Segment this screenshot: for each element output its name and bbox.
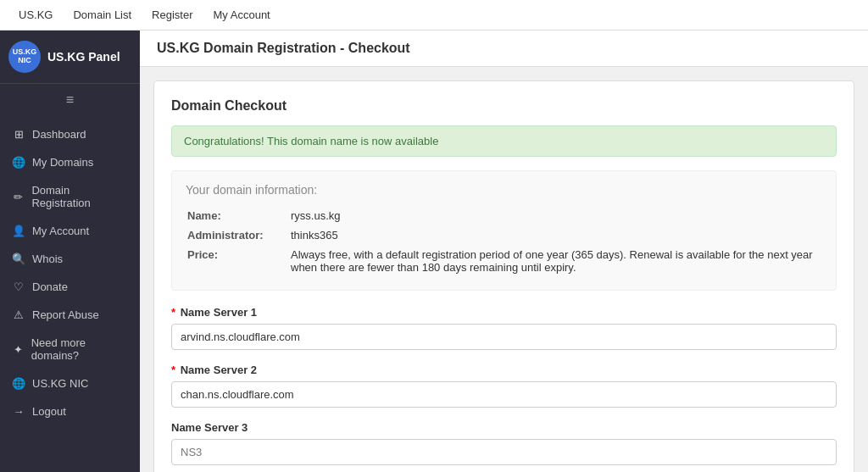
ns2-group: * Name Server 2 [171,364,837,408]
domain-price-value: Always free, with a default registration… [291,246,821,276]
success-alert: Congratulations! This domain name is now… [171,125,837,157]
hamburger-menu[interactable]: ≡ [0,84,140,116]
nav-domain-list[interactable]: Domain List [63,0,142,31]
sidebar-label-uskg-nic: US.KG NIC [32,377,88,390]
domain-price-label: Price: [187,246,289,276]
ns3-group: Name Server 3 [171,421,837,465]
logout-icon: → [12,405,25,418]
sidebar-item-donate[interactable]: ♡ Donate [0,273,140,301]
domain-admin-row: Administrator: thinks365 [187,226,821,244]
domain-name-label: Name: [187,207,289,225]
domains-icon: 🌐 [12,156,25,169]
sidebar-label-donate: Donate [32,280,68,293]
domain-info-title: Your domain information: [186,183,822,197]
sidebar-item-more-domains[interactable]: ✦ Need more domains? [0,329,140,369]
ns1-group: * Name Server 1 [171,306,837,350]
logo-line2: NIC [18,57,31,65]
sidebar-header: US.KG NIC US.KG Panel [0,31,140,84]
report-icon: ⚠ [12,308,25,321]
donate-icon: ♡ [12,280,25,293]
account-icon: 👤 [12,225,25,237]
sidebar-item-domain-registration[interactable]: ✏ Domain Registration [0,176,140,217]
ns3-input[interactable] [171,439,837,465]
uskg-nic-icon: 🌐 [12,377,25,390]
sidebar-logo: US.KG NIC [8,41,41,73]
sidebar-item-my-account[interactable]: 👤 My Account [0,217,140,245]
success-message: Congratulations! This domain name is now… [184,135,438,147]
whois-icon: 🔍 [12,253,25,265]
card-title: Domain Checkout [171,98,837,114]
sidebar-item-dashboard[interactable]: ⊞ Dashboard [0,120,140,148]
ns1-label: * Name Server 1 [171,306,837,319]
ns2-label: * Name Server 2 [171,364,837,376]
more-icon: ✦ [12,343,25,356]
top-navigation: US.KG Domain List Register My Account [0,0,868,31]
sidebar-item-report-abuse[interactable]: ⚠ Report Abuse [0,301,140,329]
domain-name-value: ryss.us.kg [291,207,821,225]
nav-uskg[interactable]: US.KG [8,0,63,31]
ns1-required-star: * [171,306,175,319]
registration-icon: ✏ [12,191,25,203]
sidebar-item-uskg-nic[interactable]: 🌐 US.KG NIC [0,369,140,397]
main-layout: US.KG NIC US.KG Panel ≡ ⊞ Dashboard 🌐 My… [0,31,868,472]
domain-info-section: Your domain information: Name: ryss.us.k… [171,170,837,291]
page-title: US.KG Domain Registration - Checkout [157,41,410,55]
sidebar-label-whois: Whois [32,253,63,265]
nav-register[interactable]: Register [142,0,203,31]
sidebar-label-domain-registration: Domain Registration [31,184,128,209]
sidebar-label-dashboard: Dashboard [32,128,86,141]
ns1-input[interactable] [171,324,837,350]
ns3-label: Name Server 3 [171,421,837,434]
sidebar-label-more-domains: Need more domains? [31,336,128,362]
sidebar-nav: ⊞ Dashboard 🌐 My Domains ✏ Domain Regist… [0,116,140,430]
sidebar-item-whois[interactable]: 🔍 Whois [0,245,140,273]
checkout-card: Domain Checkout Congratulations! This do… [153,81,854,472]
sidebar-item-logout[interactable]: → Logout [0,397,140,425]
page-body: Domain Checkout Congratulations! This do… [140,67,868,472]
content-area: US.KG Domain Registration - Checkout Dom… [140,31,868,472]
ns2-input[interactable] [171,381,837,408]
domain-name-row: Name: ryss.us.kg [187,207,821,225]
sidebar: US.KG NIC US.KG Panel ≡ ⊞ Dashboard 🌐 My… [0,31,140,472]
domain-admin-label: Administrator: [187,226,289,244]
domain-info-table: Name: ryss.us.kg Administrator: thinks36… [186,205,822,278]
sidebar-item-my-domains[interactable]: 🌐 My Domains [0,148,140,176]
dashboard-icon: ⊞ [12,128,25,141]
page-header: US.KG Domain Registration - Checkout [140,31,868,67]
nav-my-account[interactable]: My Account [203,0,281,31]
sidebar-label-my-account: My Account [32,225,89,237]
domain-price-row: Price: Always free, with a default regis… [187,246,821,276]
ns2-required-star: * [171,364,175,376]
domain-admin-value: thinks365 [291,226,821,244]
sidebar-label-logout: Logout [32,405,66,418]
sidebar-label-report-abuse: Report Abuse [32,308,99,321]
sidebar-title: US.KG Panel [47,50,120,64]
sidebar-label-my-domains: My Domains [32,156,93,169]
